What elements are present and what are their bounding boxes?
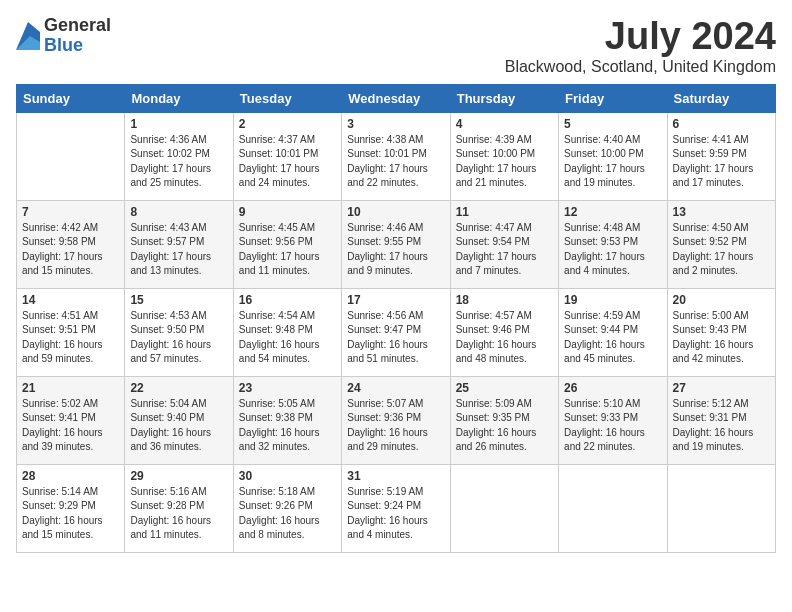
day-number: 5 xyxy=(564,117,661,131)
calendar-cell: 28Sunrise: 5:14 AM Sunset: 9:29 PM Dayli… xyxy=(17,464,125,552)
day-info: Sunrise: 4:37 AM Sunset: 10:01 PM Daylig… xyxy=(239,133,336,191)
day-info: Sunrise: 4:42 AM Sunset: 9:58 PM Dayligh… xyxy=(22,221,119,279)
week-row-2: 7Sunrise: 4:42 AM Sunset: 9:58 PM Daylig… xyxy=(17,200,776,288)
day-info: Sunrise: 5:09 AM Sunset: 9:35 PM Dayligh… xyxy=(456,397,553,455)
header-sunday: Sunday xyxy=(17,84,125,112)
day-info: Sunrise: 4:47 AM Sunset: 9:54 PM Dayligh… xyxy=(456,221,553,279)
day-number: 8 xyxy=(130,205,227,219)
day-number: 25 xyxy=(456,381,553,395)
day-info: Sunrise: 4:48 AM Sunset: 9:53 PM Dayligh… xyxy=(564,221,661,279)
day-number: 17 xyxy=(347,293,444,307)
calendar-cell: 6Sunrise: 4:41 AM Sunset: 9:59 PM Daylig… xyxy=(667,112,775,200)
day-info: Sunrise: 4:51 AM Sunset: 9:51 PM Dayligh… xyxy=(22,309,119,367)
day-number: 11 xyxy=(456,205,553,219)
calendar-cell: 4Sunrise: 4:39 AM Sunset: 10:00 PM Dayli… xyxy=(450,112,558,200)
week-row-3: 14Sunrise: 4:51 AM Sunset: 9:51 PM Dayli… xyxy=(17,288,776,376)
calendar-cell xyxy=(450,464,558,552)
calendar-cell: 15Sunrise: 4:53 AM Sunset: 9:50 PM Dayli… xyxy=(125,288,233,376)
day-info: Sunrise: 4:53 AM Sunset: 9:50 PM Dayligh… xyxy=(130,309,227,367)
calendar-cell: 27Sunrise: 5:12 AM Sunset: 9:31 PM Dayli… xyxy=(667,376,775,464)
calendar-cell: 17Sunrise: 4:56 AM Sunset: 9:47 PM Dayli… xyxy=(342,288,450,376)
calendar-cell: 1Sunrise: 4:36 AM Sunset: 10:02 PM Dayli… xyxy=(125,112,233,200)
day-number: 2 xyxy=(239,117,336,131)
day-number: 6 xyxy=(673,117,770,131)
day-info: Sunrise: 4:41 AM Sunset: 9:59 PM Dayligh… xyxy=(673,133,770,191)
day-number: 13 xyxy=(673,205,770,219)
calendar-cell: 29Sunrise: 5:16 AM Sunset: 9:28 PM Dayli… xyxy=(125,464,233,552)
day-info: Sunrise: 5:05 AM Sunset: 9:38 PM Dayligh… xyxy=(239,397,336,455)
day-info: Sunrise: 4:45 AM Sunset: 9:56 PM Dayligh… xyxy=(239,221,336,279)
title-block: July 2024 Blackwood, Scotland, United Ki… xyxy=(505,16,776,76)
calendar-cell: 19Sunrise: 4:59 AM Sunset: 9:44 PM Dayli… xyxy=(559,288,667,376)
day-number: 22 xyxy=(130,381,227,395)
day-number: 16 xyxy=(239,293,336,307)
day-info: Sunrise: 5:00 AM Sunset: 9:43 PM Dayligh… xyxy=(673,309,770,367)
day-info: Sunrise: 5:18 AM Sunset: 9:26 PM Dayligh… xyxy=(239,485,336,543)
day-number: 23 xyxy=(239,381,336,395)
week-row-5: 28Sunrise: 5:14 AM Sunset: 9:29 PM Dayli… xyxy=(17,464,776,552)
day-info: Sunrise: 5:19 AM Sunset: 9:24 PM Dayligh… xyxy=(347,485,444,543)
day-info: Sunrise: 5:04 AM Sunset: 9:40 PM Dayligh… xyxy=(130,397,227,455)
day-number: 7 xyxy=(22,205,119,219)
calendar-cell xyxy=(17,112,125,200)
calendar-cell: 13Sunrise: 4:50 AM Sunset: 9:52 PM Dayli… xyxy=(667,200,775,288)
day-number: 12 xyxy=(564,205,661,219)
calendar-cell: 25Sunrise: 5:09 AM Sunset: 9:35 PM Dayli… xyxy=(450,376,558,464)
calendar-cell: 12Sunrise: 4:48 AM Sunset: 9:53 PM Dayli… xyxy=(559,200,667,288)
day-number: 21 xyxy=(22,381,119,395)
logo-blue-text: Blue xyxy=(44,36,111,56)
day-info: Sunrise: 4:40 AM Sunset: 10:00 PM Daylig… xyxy=(564,133,661,191)
day-info: Sunrise: 4:54 AM Sunset: 9:48 PM Dayligh… xyxy=(239,309,336,367)
day-number: 4 xyxy=(456,117,553,131)
calendar-cell: 31Sunrise: 5:19 AM Sunset: 9:24 PM Dayli… xyxy=(342,464,450,552)
day-info: Sunrise: 4:50 AM Sunset: 9:52 PM Dayligh… xyxy=(673,221,770,279)
day-info: Sunrise: 5:02 AM Sunset: 9:41 PM Dayligh… xyxy=(22,397,119,455)
logo-icon xyxy=(16,22,40,50)
location-text: Blackwood, Scotland, United Kingdom xyxy=(505,58,776,76)
day-number: 3 xyxy=(347,117,444,131)
day-number: 18 xyxy=(456,293,553,307)
day-info: Sunrise: 4:57 AM Sunset: 9:46 PM Dayligh… xyxy=(456,309,553,367)
day-info: Sunrise: 4:43 AM Sunset: 9:57 PM Dayligh… xyxy=(130,221,227,279)
day-info: Sunrise: 5:12 AM Sunset: 9:31 PM Dayligh… xyxy=(673,397,770,455)
calendar-cell: 8Sunrise: 4:43 AM Sunset: 9:57 PM Daylig… xyxy=(125,200,233,288)
day-info: Sunrise: 5:10 AM Sunset: 9:33 PM Dayligh… xyxy=(564,397,661,455)
calendar-cell: 26Sunrise: 5:10 AM Sunset: 9:33 PM Dayli… xyxy=(559,376,667,464)
logo-general-text: General xyxy=(44,16,111,36)
calendar-cell: 21Sunrise: 5:02 AM Sunset: 9:41 PM Dayli… xyxy=(17,376,125,464)
calendar-cell: 16Sunrise: 4:54 AM Sunset: 9:48 PM Dayli… xyxy=(233,288,341,376)
header-saturday: Saturday xyxy=(667,84,775,112)
day-number: 9 xyxy=(239,205,336,219)
calendar-cell: 20Sunrise: 5:00 AM Sunset: 9:43 PM Dayli… xyxy=(667,288,775,376)
calendar-cell: 11Sunrise: 4:47 AM Sunset: 9:54 PM Dayli… xyxy=(450,200,558,288)
day-number: 1 xyxy=(130,117,227,131)
month-title: July 2024 xyxy=(505,16,776,58)
calendar-cell: 2Sunrise: 4:37 AM Sunset: 10:01 PM Dayli… xyxy=(233,112,341,200)
header-friday: Friday xyxy=(559,84,667,112)
logo: General Blue xyxy=(16,16,111,56)
header-tuesday: Tuesday xyxy=(233,84,341,112)
day-number: 10 xyxy=(347,205,444,219)
day-info: Sunrise: 5:16 AM Sunset: 9:28 PM Dayligh… xyxy=(130,485,227,543)
header-wednesday: Wednesday xyxy=(342,84,450,112)
week-row-4: 21Sunrise: 5:02 AM Sunset: 9:41 PM Dayli… xyxy=(17,376,776,464)
header-thursday: Thursday xyxy=(450,84,558,112)
day-info: Sunrise: 4:38 AM Sunset: 10:01 PM Daylig… xyxy=(347,133,444,191)
day-number: 19 xyxy=(564,293,661,307)
day-number: 29 xyxy=(130,469,227,483)
day-info: Sunrise: 4:56 AM Sunset: 9:47 PM Dayligh… xyxy=(347,309,444,367)
week-row-1: 1Sunrise: 4:36 AM Sunset: 10:02 PM Dayli… xyxy=(17,112,776,200)
calendar-cell: 10Sunrise: 4:46 AM Sunset: 9:55 PM Dayli… xyxy=(342,200,450,288)
calendar-cell xyxy=(667,464,775,552)
header-monday: Monday xyxy=(125,84,233,112)
day-number: 14 xyxy=(22,293,119,307)
day-number: 20 xyxy=(673,293,770,307)
day-info: Sunrise: 5:14 AM Sunset: 9:29 PM Dayligh… xyxy=(22,485,119,543)
day-number: 28 xyxy=(22,469,119,483)
day-info: Sunrise: 5:07 AM Sunset: 9:36 PM Dayligh… xyxy=(347,397,444,455)
day-info: Sunrise: 4:46 AM Sunset: 9:55 PM Dayligh… xyxy=(347,221,444,279)
day-number: 26 xyxy=(564,381,661,395)
calendar-cell: 14Sunrise: 4:51 AM Sunset: 9:51 PM Dayli… xyxy=(17,288,125,376)
calendar-cell: 3Sunrise: 4:38 AM Sunset: 10:01 PM Dayli… xyxy=(342,112,450,200)
calendar-cell: 5Sunrise: 4:40 AM Sunset: 10:00 PM Dayli… xyxy=(559,112,667,200)
